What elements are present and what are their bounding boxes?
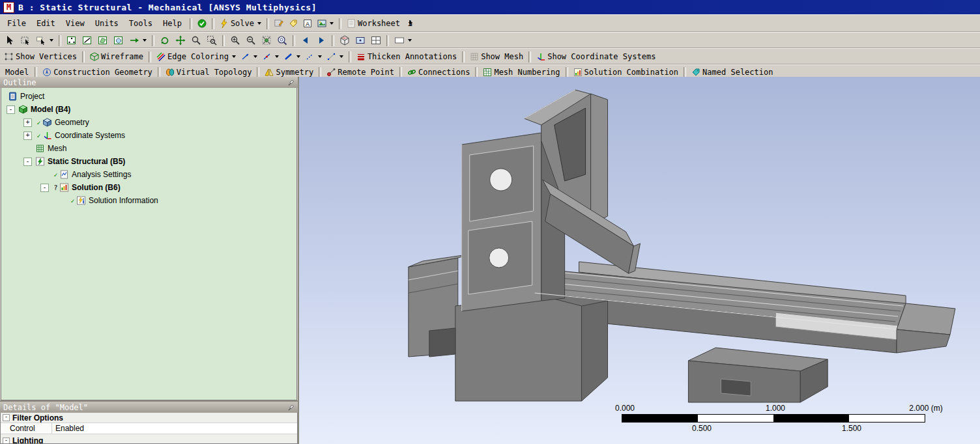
tree-item-label: Model (B4) bbox=[31, 105, 70, 114]
dropdown-arrow[interactable] bbox=[275, 55, 279, 58]
swatch-dropdown-arrow[interactable] bbox=[408, 39, 412, 42]
expand-toggle[interactable]: + bbox=[23, 132, 32, 140]
annotation-button[interactable]: A bbox=[300, 16, 315, 31]
details-group-lighting[interactable]: - Lighting bbox=[1, 434, 297, 444]
menu-units[interactable]: Units bbox=[90, 17, 124, 30]
dropdown-arrow[interactable] bbox=[318, 55, 322, 58]
cursor-icon bbox=[5, 35, 15, 46]
rotate-icon bbox=[160, 35, 170, 46]
iso-view-button[interactable]: ISO bbox=[337, 33, 353, 48]
magnifier-window-button[interactable] bbox=[274, 33, 290, 48]
group-collapse-toggle[interactable]: - bbox=[3, 437, 10, 444]
zoom-out-button[interactable] bbox=[243, 33, 259, 48]
solve-dropdown-arrow[interactable] bbox=[257, 22, 261, 25]
tree-item-geometry[interactable]: + ✓ Geometry bbox=[1, 116, 296, 129]
vertex-filter-button[interactable] bbox=[64, 33, 79, 48]
body-filter-button[interactable] bbox=[111, 33, 126, 48]
iso-cube-icon: ISO bbox=[339, 35, 350, 46]
menu-help[interactable]: Help bbox=[158, 17, 187, 30]
selection-information-button[interactable]: i bbox=[403, 16, 417, 31]
label-select-button[interactable] bbox=[33, 33, 56, 48]
wireframe-button[interactable]: Wireframe bbox=[87, 49, 146, 64]
separator bbox=[332, 35, 334, 46]
dropdown-arrow[interactable] bbox=[339, 55, 343, 58]
look-at-face-button[interactable] bbox=[353, 33, 368, 48]
edge-filter-button[interactable] bbox=[79, 33, 95, 48]
3d-model[interactable] bbox=[299, 77, 980, 444]
extend-dropdown-arrow[interactable] bbox=[143, 39, 147, 42]
tree-item-static-structural[interactable]: - Static Structural (B5) bbox=[1, 155, 296, 168]
tree-item-solution[interactable]: - ? Solution (B6) bbox=[1, 181, 296, 194]
menu-view[interactable]: View bbox=[61, 17, 90, 30]
tree-item-coordinate-systems[interactable]: + ✓ Coordinate Systems bbox=[1, 129, 296, 142]
edge-thick-button[interactable] bbox=[281, 49, 303, 64]
image-capture-button[interactable] bbox=[315, 16, 336, 31]
box-select-button[interactable] bbox=[18, 33, 33, 48]
solution-information-icon bbox=[76, 196, 86, 205]
body-filter-icon bbox=[113, 35, 124, 46]
window-title: B : Static Structural - Mechanical [ANSY… bbox=[18, 3, 317, 12]
named-selection-icon bbox=[691, 68, 700, 77]
tree-item-solution-information[interactable]: + ✓ Solution Information bbox=[1, 194, 296, 207]
menu-edit[interactable]: Edit bbox=[31, 17, 61, 30]
scale-label-2: 2.000 (m) bbox=[909, 404, 942, 413]
edge-points-button[interactable] bbox=[324, 49, 346, 64]
separator bbox=[386, 35, 389, 46]
zoom-button[interactable] bbox=[188, 33, 204, 48]
pan-button[interactable] bbox=[173, 33, 188, 48]
label-cursor-icon bbox=[36, 35, 46, 46]
pin-icon[interactable] bbox=[288, 79, 295, 86]
collapse-toggle[interactable]: - bbox=[7, 105, 15, 114]
box-zoom-button[interactable] bbox=[204, 33, 220, 48]
solve-button[interactable]: Solve bbox=[217, 16, 264, 31]
tree-item-project[interactable]: Project bbox=[1, 90, 296, 103]
edge-dashed-button[interactable] bbox=[303, 49, 324, 64]
tree-item-mesh[interactable]: + Mesh bbox=[1, 142, 296, 155]
show-vertices-button[interactable]: Show Vertices bbox=[2, 49, 79, 64]
new-analysis-button[interactable] bbox=[272, 16, 286, 31]
select-mode-button[interactable] bbox=[2, 33, 18, 48]
menu-file[interactable]: File bbox=[2, 17, 31, 30]
tag-button[interactable] bbox=[286, 16, 300, 31]
graphics-viewport[interactable]: 0.000 1.000 2.000 (m) 0.500 1.500 bbox=[299, 77, 980, 444]
edge-direction-button[interactable] bbox=[238, 49, 260, 64]
tree-item-analysis-settings[interactable]: + ✓ Analysis Settings bbox=[1, 168, 296, 181]
manage-views-button[interactable] bbox=[368, 33, 384, 48]
solve-label: Solve bbox=[231, 19, 254, 28]
property-value[interactable]: Enabled bbox=[52, 423, 297, 434]
image-dropdown-arrow[interactable] bbox=[330, 22, 334, 25]
select-dropdown-arrow[interactable] bbox=[50, 39, 53, 42]
previous-view-button[interactable] bbox=[298, 33, 313, 48]
expand-toggle[interactable]: + bbox=[23, 118, 32, 127]
zoom-in-button[interactable] bbox=[227, 33, 243, 48]
tree-item-model[interactable]: - Model (B4) bbox=[1, 103, 296, 116]
edge-coloring-button[interactable]: Edge Coloring bbox=[154, 49, 238, 64]
dropdown-arrow[interactable] bbox=[253, 55, 257, 58]
separator bbox=[190, 18, 192, 29]
face-filter-button[interactable] bbox=[95, 33, 111, 48]
check-status-icon: ✓ bbox=[35, 119, 42, 126]
symmetry-label: Symmetry bbox=[276, 68, 313, 77]
solve-status-button[interactable] bbox=[195, 16, 209, 31]
swatch-button[interactable] bbox=[392, 33, 414, 48]
details-group-filter-options[interactable]: - Filter Options bbox=[1, 413, 297, 423]
group-collapse-toggle[interactable]: - bbox=[3, 414, 10, 421]
pin-icon[interactable] bbox=[288, 404, 295, 411]
fit-button[interactable] bbox=[259, 33, 274, 48]
rotate-button[interactable] bbox=[157, 33, 173, 48]
next-view-button[interactable] bbox=[313, 33, 329, 48]
dropdown-arrow[interactable] bbox=[296, 55, 300, 58]
edge-coloring-label: Edge Coloring bbox=[167, 52, 229, 61]
thicken-annotations-button[interactable]: Thicken Annotations bbox=[354, 49, 459, 64]
separator bbox=[257, 67, 259, 78]
edge-midside-button[interactable] bbox=[260, 49, 281, 64]
collapse-toggle[interactable]: - bbox=[23, 158, 32, 166]
edge-coloring-dropdown-arrow[interactable] bbox=[232, 55, 236, 58]
collapse-toggle[interactable]: - bbox=[40, 184, 49, 192]
zoom-icon bbox=[191, 35, 201, 46]
extend-selection-button[interactable] bbox=[126, 33, 149, 48]
separator bbox=[566, 67, 568, 78]
menu-tools[interactable]: Tools bbox=[124, 17, 158, 30]
show-coordinate-systems-button[interactable]: Show Coordinate Systems bbox=[534, 49, 658, 64]
annotation-a-icon: A bbox=[303, 19, 312, 28]
